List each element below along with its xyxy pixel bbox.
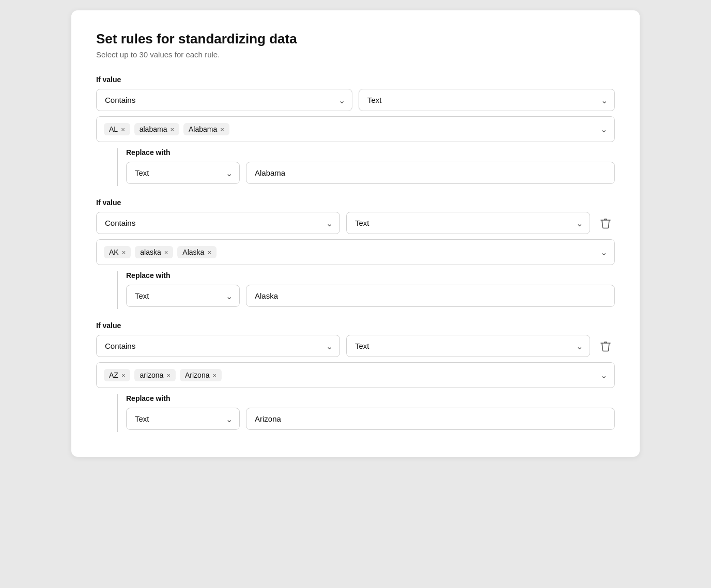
replace-row-3: TextNumberDate⌄	[126, 408, 615, 430]
type-select-1[interactable]: TextNumberDate	[359, 89, 615, 111]
if-value-label-3: If value	[96, 321, 615, 330]
if-value-label-1: If value	[96, 75, 615, 84]
type-select-3[interactable]: TextNumberDate	[346, 335, 590, 357]
replace-label-1: Replace with	[126, 148, 615, 157]
tag-close-icon-3-1[interactable]: ×	[121, 372, 126, 379]
replace-type-select-3[interactable]: TextNumberDate	[126, 408, 240, 430]
tag-2-1: AK×	[104, 246, 131, 258]
tag-1-3: Alabama×	[183, 123, 229, 135]
tag-close-icon-3-3[interactable]: ×	[212, 372, 217, 379]
tag-label-1-1: AL	[109, 125, 118, 133]
tag-close-icon-3-2[interactable]: ×	[166, 372, 171, 379]
tags-row-3[interactable]: AZ×arizona×Arizona×⌄	[96, 362, 615, 388]
tag-label-2-3: Alaska	[182, 248, 204, 256]
replace-label-3: Replace with	[126, 394, 615, 403]
replace-row-2: TextNumberDate⌄	[126, 285, 615, 307]
replace-type-select-2[interactable]: TextNumberDate	[126, 285, 240, 307]
replace-type-wrapper-1: TextNumberDate⌄	[126, 162, 240, 184]
tag-label-2-1: AK	[109, 248, 119, 256]
rules-container: If valueContainsEqualsStarts withEnds wi…	[96, 75, 615, 432]
type-select-wrapper-2: TextNumberDate⌄	[346, 212, 590, 234]
condition-select-2[interactable]: ContainsEqualsStarts withEnds with	[96, 212, 340, 234]
replace-value-input-1[interactable]	[246, 162, 615, 184]
tags-row-1[interactable]: AL×alabama×Alabama×⌄	[96, 116, 615, 142]
rule-block-2: If valueContainsEqualsStarts withEnds wi…	[96, 198, 615, 309]
condition-select-3[interactable]: ContainsEqualsStarts withEnds with	[96, 335, 340, 357]
tag-label-1-2: alabama	[140, 125, 167, 133]
replace-section-2: Replace withTextNumberDate⌄	[117, 271, 615, 309]
replace-section-1: Replace withTextNumberDate⌄	[117, 148, 615, 186]
tag-3-3: Arizona×	[180, 369, 222, 381]
type-select-wrapper-3: TextNumberDate⌄	[346, 335, 590, 357]
tag-close-icon-1-2[interactable]: ×	[170, 126, 174, 133]
tag-3-2: arizona×	[134, 369, 176, 381]
tags-chevron-icon-3: ⌄	[600, 370, 607, 380]
condition-select-wrapper-1: ContainsEqualsStarts withEnds with⌄	[96, 89, 352, 111]
tag-1-2: alabama×	[134, 123, 179, 135]
tags-row-2[interactable]: AK×alaska×Alaska×⌄	[96, 239, 615, 265]
delete-rule-button-2[interactable]	[596, 213, 615, 233]
type-select-2[interactable]: TextNumberDate	[346, 212, 590, 234]
trash-icon	[600, 218, 611, 229]
page-title: Set rules for standardizing data	[96, 31, 615, 47]
condition-select-1[interactable]: ContainsEqualsStarts withEnds with	[96, 89, 352, 111]
if-value-label-2: If value	[96, 198, 615, 207]
replace-type-wrapper-3: TextNumberDate⌄	[126, 408, 240, 430]
rule-block-3: If valueContainsEqualsStarts withEnds wi…	[96, 321, 615, 432]
tag-2-2: alaska×	[135, 246, 173, 258]
replace-value-input-2[interactable]	[246, 285, 615, 307]
condition-select-wrapper-3: ContainsEqualsStarts withEnds with⌄	[96, 335, 340, 357]
rule-block-1: If valueContainsEqualsStarts withEnds wi…	[96, 75, 615, 186]
tag-close-icon-1-1[interactable]: ×	[121, 126, 125, 133]
tags-chevron-icon-2: ⌄	[600, 247, 607, 257]
replace-type-wrapper-2: TextNumberDate⌄	[126, 285, 240, 307]
type-select-wrapper-1: TextNumberDate⌄	[359, 89, 615, 111]
condition-select-wrapper-2: ContainsEqualsStarts withEnds with⌄	[96, 212, 340, 234]
condition-row-3: ContainsEqualsStarts withEnds with⌄TextN…	[96, 335, 615, 357]
replace-type-select-1[interactable]: TextNumberDate	[126, 162, 240, 184]
main-card: Set rules for standardizing data Select …	[71, 10, 640, 457]
tag-label-2-2: alaska	[140, 248, 161, 256]
replace-section-3: Replace withTextNumberDate⌄	[117, 394, 615, 432]
page-subtitle: Select up to 30 values for each rule.	[96, 50, 615, 59]
tag-close-icon-1-3[interactable]: ×	[220, 126, 224, 133]
tag-close-icon-2-3[interactable]: ×	[207, 249, 211, 256]
tag-close-icon-2-1[interactable]: ×	[122, 249, 126, 256]
tag-3-1: AZ×	[104, 369, 130, 381]
tags-chevron-icon-1: ⌄	[600, 125, 607, 134]
tag-label-1-3: Alabama	[189, 125, 217, 133]
tag-close-icon-2-2[interactable]: ×	[164, 249, 168, 256]
tag-label-3-1: AZ	[109, 371, 118, 379]
tag-label-3-3: Arizona	[185, 371, 209, 379]
replace-value-input-3[interactable]	[246, 408, 615, 430]
tag-2-3: Alaska×	[177, 246, 217, 258]
tag-label-3-2: arizona	[140, 371, 163, 379]
delete-rule-button-3[interactable]	[596, 336, 615, 356]
replace-row-1: TextNumberDate⌄	[126, 162, 615, 184]
condition-row-2: ContainsEqualsStarts withEnds with⌄TextN…	[96, 212, 615, 234]
trash-icon	[600, 341, 611, 352]
tag-1-1: AL×	[104, 123, 130, 135]
condition-row-1: ContainsEqualsStarts withEnds with⌄TextN…	[96, 89, 615, 111]
replace-label-2: Replace with	[126, 271, 615, 280]
